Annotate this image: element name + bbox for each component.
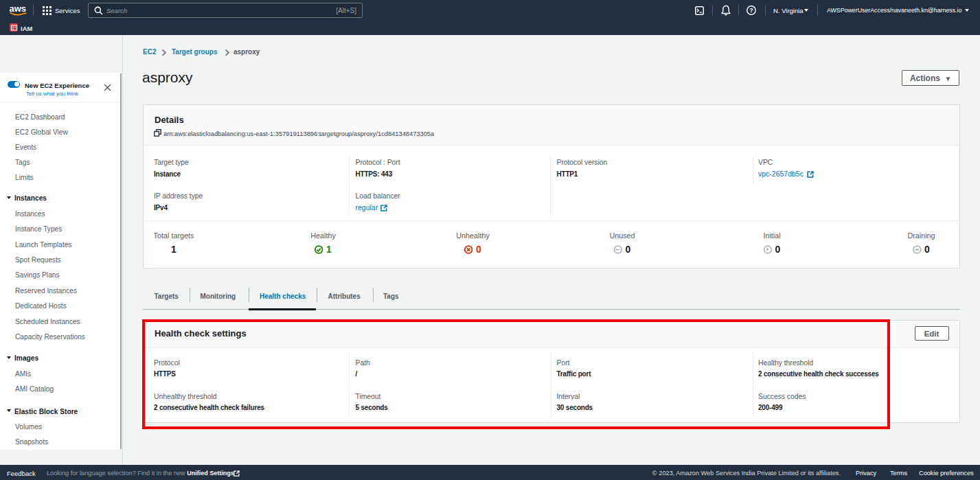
svg-text:aws: aws [10,3,27,14]
svg-text:?: ? [749,7,753,14]
